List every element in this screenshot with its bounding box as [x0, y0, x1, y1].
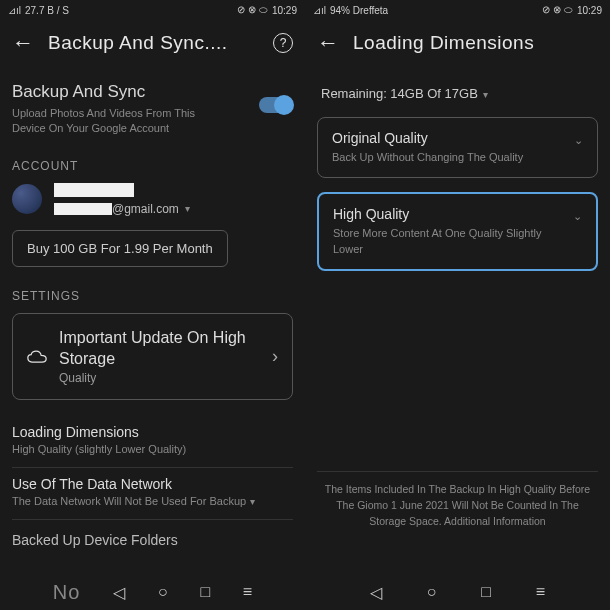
- setting-data-network[interactable]: Use Of The Data Network The Data Network…: [12, 468, 293, 520]
- signal-icon: ⊿ıl: [313, 5, 326, 16]
- back-arrow-icon[interactable]: ←: [317, 30, 339, 56]
- nav-recent-icon[interactable]: □: [200, 583, 210, 601]
- account-email-domain: @gmail.com: [112, 202, 179, 216]
- back-arrow-icon[interactable]: ←: [12, 30, 34, 56]
- clock: 10:29: [577, 5, 602, 16]
- page-title: Backup And Sync....: [48, 32, 259, 54]
- backup-sync-sub2: Device On Your Google Account: [12, 121, 195, 136]
- setting-title: Use Of The Data Network: [12, 476, 293, 492]
- page-title: Loading Dimensions: [353, 32, 598, 54]
- status-icons: ⊘ ⊗ ⬭: [237, 4, 268, 16]
- backed-up-folders[interactable]: Backed Up Device Folders: [12, 532, 293, 548]
- backup-sync-toggle[interactable]: [259, 97, 293, 113]
- clock: 10:29: [272, 5, 297, 16]
- nav-recent-icon[interactable]: □: [481, 583, 491, 601]
- network-label: 94% Dreffeta: [330, 5, 388, 16]
- cloud-icon: [27, 350, 47, 364]
- card-title: Important Update On High Storage: [59, 328, 260, 370]
- chevron-down-icon: ▾: [250, 496, 255, 507]
- buy-storage-button[interactable]: Buy 100 GB For 1.99 Per Month: [12, 230, 228, 267]
- setting-loading-dimensions[interactable]: Loading Dimensions High Quality (slightl…: [12, 416, 293, 468]
- settings-label: SETTINGS: [12, 289, 293, 303]
- chevron-down-icon: ⌄: [573, 210, 582, 223]
- status-icons: ⊘ ⊗ ⬭: [542, 4, 573, 16]
- account-row[interactable]: @gmail.com ▾: [12, 183, 293, 216]
- header: ← Backup And Sync.... ?: [0, 20, 305, 66]
- footnote: The Items Included In The Backup In High…: [317, 482, 598, 529]
- chevron-down-icon: ▾: [185, 203, 190, 214]
- nav-menu-icon[interactable]: ≡: [243, 583, 252, 601]
- account-label: ACCOUNT: [12, 159, 293, 173]
- setting-title: Loading Dimensions: [12, 424, 293, 440]
- option-sub: Store More Content At One Quality Slight…: [333, 226, 573, 257]
- account-email-redacted: [54, 203, 112, 215]
- chevron-right-icon: ›: [272, 346, 278, 367]
- nav-back-icon[interactable]: ◁: [370, 583, 382, 602]
- chevron-down-icon: ▾: [483, 89, 488, 100]
- option-high-quality[interactable]: High Quality Store More Content At One Q…: [317, 192, 598, 271]
- option-title: High Quality: [333, 206, 573, 222]
- option-title: Original Quality: [332, 130, 574, 146]
- divider: [317, 471, 598, 472]
- remaining-storage: Remaining: 14GB Of 17GB: [321, 86, 478, 101]
- storage-update-card[interactable]: Important Update On High Storage Quality…: [12, 313, 293, 401]
- status-bar: ⊿ıl 27.7 B / S ⊘ ⊗ ⬭ 10:29: [0, 0, 305, 20]
- option-sub: Back Up Without Changing The Quality: [332, 150, 574, 165]
- network-speed: 27.7 B / S: [25, 5, 69, 16]
- nav-home-icon[interactable]: ○: [427, 583, 437, 601]
- avatar: [12, 184, 42, 214]
- header: ← Loading Dimensions: [305, 20, 610, 66]
- status-bar: ⊿ıl 94% Dreffeta ⊘ ⊗ ⬭ 10:29: [305, 0, 610, 20]
- backup-sync-sub1: Upload Photos And Videos From This: [12, 106, 195, 121]
- nav-bar: No ◁ ○ □ ≡: [0, 574, 305, 610]
- nav-back-icon[interactable]: ◁: [113, 583, 125, 602]
- nav-bar: ◁ ○ □ ≡: [305, 574, 610, 610]
- card-sub: Quality: [59, 371, 260, 385]
- backup-sync-title: Backup And Sync: [12, 82, 195, 102]
- chevron-down-icon: ⌄: [574, 134, 583, 147]
- help-icon[interactable]: ?: [273, 33, 293, 53]
- signal-icon: ⊿ıl: [8, 5, 21, 16]
- account-name-redacted: [54, 183, 134, 197]
- setting-sub: The Data Network Will Not Be Used For Ba…: [12, 495, 246, 507]
- nav-home-icon[interactable]: ○: [158, 583, 168, 601]
- setting-sub: High Quality (slightly Lower Quality): [12, 443, 293, 455]
- option-original-quality[interactable]: Original Quality Back Up Without Changin…: [317, 117, 598, 178]
- nav-menu-icon[interactable]: ≡: [536, 583, 545, 601]
- nav-no-text: No: [53, 581, 81, 604]
